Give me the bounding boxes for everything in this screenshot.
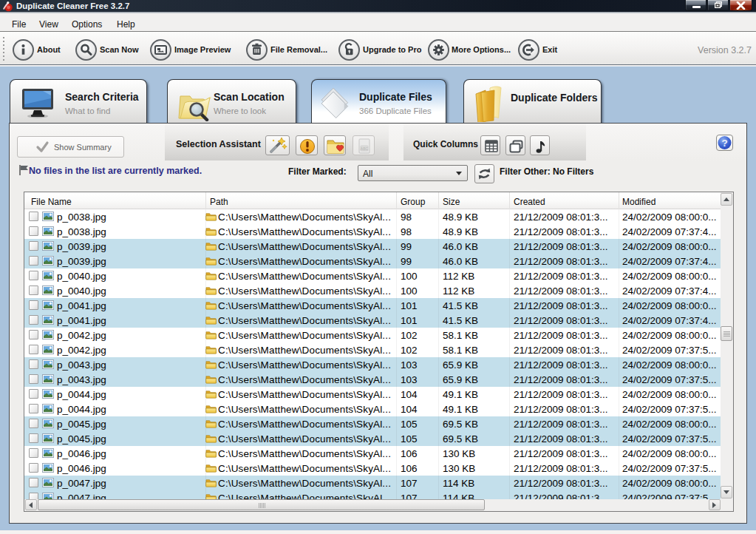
svg-text:ABC: ABC [361, 146, 369, 151]
svg-text:?: ? [721, 138, 727, 149]
